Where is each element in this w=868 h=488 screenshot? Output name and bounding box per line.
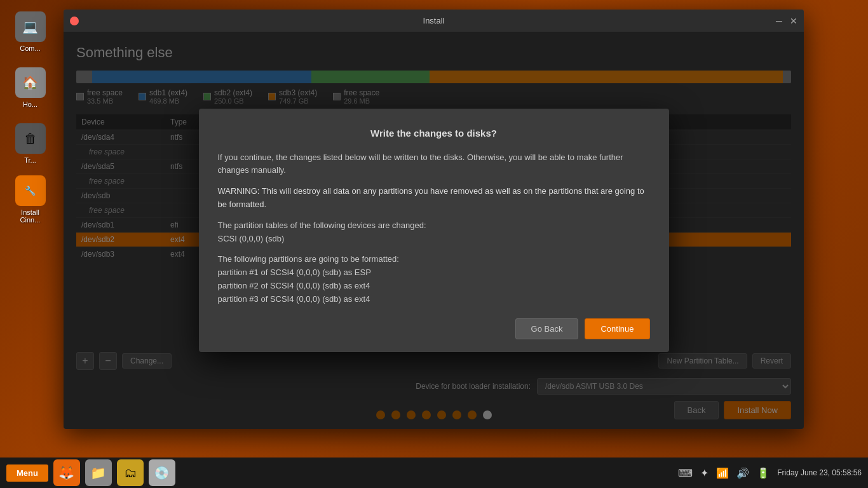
taskbar-folder[interactable]: 🗂 (117, 459, 144, 486)
sidebar: 💻 Com... 🏠 Ho... 🗑 Tr... 🔧 InstallCinn..… (0, 0, 60, 458)
taskbar-time: Friday June 23, 05:58:56 (777, 468, 862, 477)
close-button[interactable] (70, 17, 79, 25)
bluetooth-icon[interactable]: ✦ (700, 467, 709, 479)
keyboard-icon[interactable]: ⌨ (678, 467, 693, 479)
continue-button[interactable]: Continue (585, 318, 649, 339)
minimize-icon[interactable]: ─ (776, 16, 782, 26)
dialog-overlay: Write the changes to disks? If you conti… (64, 32, 804, 429)
dialog-body: If you continue, the changes listed belo… (218, 151, 650, 306)
dialog-partition-3: partition #3 of SCSI4 (0,0,0) (sdb) as e… (218, 294, 370, 304)
go-back-button[interactable]: Go Back (515, 318, 579, 339)
dialog-para2: WARNING: This will destroy all data on a… (218, 185, 650, 212)
dialog-title: Write the changes to disks? (218, 128, 650, 139)
install-window: Install ─ ✕ Something else free space (64, 10, 804, 429)
taskbar: Menu 🦊 📁 🗂 💿 ⌨ ✦ 📶 🔊 🔋 Friday June 23, 0… (0, 458, 868, 488)
dialog-para3: The partition tables of the following de… (218, 219, 650, 246)
dialog-devices-changed: SCSI (0,0,0) (sdb) (218, 234, 285, 243)
taskbar-disk[interactable]: 💿 (149, 459, 175, 486)
sidebar-icon-home[interactable]: 🏠 Ho... (5, 62, 56, 113)
window-content: Something else free space 33.5 MB (64, 32, 804, 429)
sidebar-icon-trash[interactable]: 🗑 Tr... (5, 118, 56, 169)
close-icon[interactable]: ✕ (790, 16, 797, 26)
sidebar-icon-install-cinnamon[interactable]: 🔧 InstallCinn... (5, 174, 56, 225)
dialog-para4: The following partitions are going to be… (218, 253, 650, 306)
dialog-partition-1: partition #1 of SCSI4 (0,0,0) (sdb) as E… (218, 268, 371, 277)
battery-icon[interactable]: 🔋 (757, 467, 770, 479)
dialog-buttons: Go Back Continue (218, 318, 650, 339)
taskbar-right: ⌨ ✦ 📶 🔊 🔋 Friday June 23, 05:58:56 (678, 467, 862, 479)
taskbar-firefox[interactable]: 🦊 (53, 459, 80, 486)
sidebar-icon-computer[interactable]: 💻 Com... (5, 6, 56, 57)
title-bar-right: ─ ✕ (776, 16, 797, 26)
wifi-icon[interactable]: 📶 (716, 467, 729, 479)
menu-button[interactable]: Menu (6, 464, 48, 482)
window-title: Install (423, 16, 445, 25)
write-changes-dialog: Write the changes to disks? If you conti… (199, 109, 669, 353)
title-bar: Install ─ ✕ (64, 10, 804, 32)
volume-icon[interactable]: 🔊 (736, 467, 749, 479)
dialog-partition-2: partition #2 of SCSI4 (0,0,0) (sdb) as e… (218, 281, 370, 290)
taskbar-files[interactable]: 📁 (85, 459, 112, 486)
dialog-para1: If you continue, the changes listed belo… (218, 151, 650, 178)
window-controls (70, 17, 79, 25)
